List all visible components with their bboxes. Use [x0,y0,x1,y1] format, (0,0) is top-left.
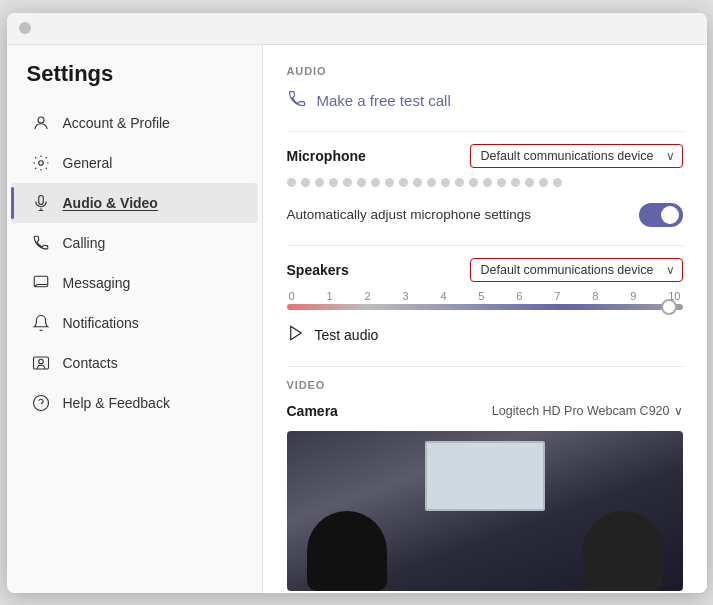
test-audio-row[interactable]: Test audio [287,324,683,346]
vol-7: 7 [554,290,560,302]
sidebar: Settings Account & Profile General [7,45,263,593]
microphone-row: Microphone Default communications device [287,144,683,168]
sidebar-item-audio-video[interactable]: Audio & Video [11,183,258,223]
svg-rect-2 [38,195,43,204]
sidebar-label-messaging: Messaging [63,275,131,291]
contacts-icon [31,353,51,373]
svg-point-5 [38,359,43,364]
camera-device-label: Logitech HD Pro Webcam C920 [492,404,670,418]
vol-2: 2 [364,290,370,302]
sidebar-item-contacts[interactable]: Contacts [11,343,258,383]
mic-dot-16 [497,178,506,187]
svg-marker-7 [290,326,301,340]
vol-9: 9 [630,290,636,302]
volume-slider-wrapper: 0 1 2 3 4 5 6 7 8 9 10 [287,290,683,310]
microphone-icon [31,193,51,213]
auto-adjust-label: Automatically adjust microphone settings [287,207,532,222]
auto-adjust-toggle[interactable] [639,203,683,227]
mic-dot-13 [455,178,464,187]
mic-dot-20 [553,178,562,187]
mic-dot-5 [343,178,352,187]
volume-thumb[interactable] [661,299,677,315]
preview-chair-left [307,511,387,591]
chat-icon [31,273,51,293]
mic-dot-1 [287,178,296,187]
vol-8: 8 [592,290,598,302]
test-call-phone-icon [287,89,307,113]
sidebar-item-account[interactable]: Account & Profile [11,103,258,143]
mic-dot-14 [469,178,478,187]
mic-dot-9 [399,178,408,187]
divider-1 [287,131,683,132]
camera-preview [287,431,683,591]
sidebar-label-notifications: Notifications [63,315,139,331]
sidebar-label-general: General [63,155,113,171]
mic-dot-18 [525,178,534,187]
test-audio-label: Test audio [315,327,379,343]
vol-3: 3 [402,290,408,302]
sidebar-label-audio-video: Audio & Video [63,195,158,211]
play-icon [287,324,305,346]
sidebar-item-messaging[interactable]: Messaging [11,263,258,303]
sidebar-title: Settings [7,61,262,103]
mic-dot-6 [357,178,366,187]
vol-5: 5 [478,290,484,302]
mic-dot-19 [539,178,548,187]
sidebar-label-contacts: Contacts [63,355,118,371]
mic-dot-7 [371,178,380,187]
camera-label: Camera [287,403,338,419]
microphone-dropdown-wrapper: Default communications device [470,144,683,168]
microphone-dropdown[interactable]: Default communications device [470,144,683,168]
phone-icon [31,233,51,253]
title-bar [7,13,707,45]
close-button[interactable] [19,22,31,34]
svg-point-6 [33,395,48,410]
preview-whiteboard [425,441,545,511]
settings-window: Settings Account & Profile General [7,13,707,593]
camera-chevron-icon: ∨ [674,404,683,418]
bell-icon [31,313,51,333]
mic-dot-15 [483,178,492,187]
sidebar-item-notifications[interactable]: Notifications [11,303,258,343]
speakers-label: Speakers [287,262,349,278]
sidebar-label-account: Account & Profile [63,115,170,131]
preview-chair-right [583,511,663,591]
test-call-row[interactable]: Make a free test call [287,89,683,113]
auto-adjust-row: Automatically adjust microphone settings [287,203,683,227]
mic-dot-4 [329,178,338,187]
vol-4: 4 [440,290,446,302]
speakers-row: Speakers Default communications device [287,258,683,282]
mic-dot-3 [315,178,324,187]
sidebar-item-general[interactable]: General [11,143,258,183]
camera-dropdown[interactable]: Logitech HD Pro Webcam C920 ∨ [492,404,683,418]
sidebar-label-calling: Calling [63,235,106,251]
volume-labels: 0 1 2 3 4 5 6 7 8 9 10 [287,290,683,302]
svg-point-1 [38,160,43,165]
sidebar-item-calling[interactable]: Calling [11,223,258,263]
video-section-label: VIDEO [287,379,683,391]
person-icon [31,113,51,133]
mic-dot-11 [427,178,436,187]
divider-3 [287,366,683,367]
divider-2 [287,245,683,246]
vol-6: 6 [516,290,522,302]
sidebar-item-help[interactable]: Help & Feedback [11,383,258,423]
sidebar-label-help: Help & Feedback [63,395,170,411]
volume-track[interactable] [287,304,683,310]
content-area: Settings Account & Profile General [7,45,707,593]
mic-level-indicator [287,176,683,189]
main-panel: AUDIO Make a free test call Microphone D… [263,45,707,593]
mic-dot-10 [413,178,422,187]
toggle-knob [661,206,679,224]
mic-dot-17 [511,178,520,187]
vol-0: 0 [289,290,295,302]
help-icon [31,393,51,413]
svg-point-0 [38,117,44,123]
camera-row: Camera Logitech HD Pro Webcam C920 ∨ [287,403,683,419]
speakers-dropdown-wrapper: Default communications device [470,258,683,282]
mic-dot-12 [441,178,450,187]
speakers-dropdown[interactable]: Default communications device [470,258,683,282]
test-call-label: Make a free test call [317,92,451,109]
microphone-label: Microphone [287,148,366,164]
mic-dot-8 [385,178,394,187]
